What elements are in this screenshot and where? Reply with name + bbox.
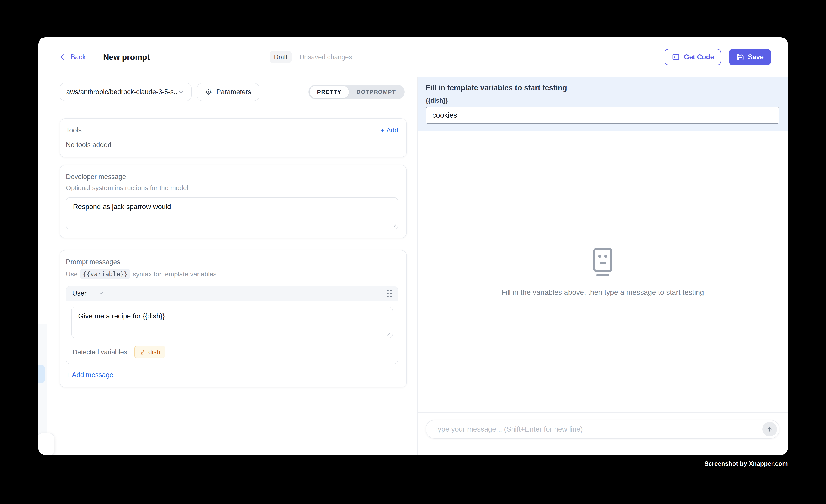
message-composer [418, 412, 788, 445]
save-button[interactable]: Save [729, 49, 771, 65]
chat-message-input[interactable] [426, 420, 779, 439]
edit-pencil-icon [139, 349, 145, 355]
toggle-option-pretty[interactable]: PRETTY [309, 86, 349, 98]
model-toolbar: aws/anthropic/bedrock-claude-3-5-s... ⚙ … [39, 77, 417, 107]
save-icon [736, 53, 744, 61]
watermark-text: Screenshot by Xnapper.com [704, 460, 788, 467]
drag-handle-icon[interactable] [387, 290, 392, 297]
messages-card-title: Prompt messages [66, 258, 398, 266]
variable-name-label: {{dish}} [426, 97, 779, 104]
message-header: User [66, 286, 398, 301]
message-block: User Give me a recipe for {{ [66, 286, 398, 364]
prompt-editor-panel: aws/anthropic/bedrock-claude-3-5-s... ⚙ … [39, 77, 417, 455]
developer-message-card: Developer message Optional system instru… [60, 165, 407, 238]
chevron-down-icon [177, 88, 185, 96]
message-role-select[interactable]: User [72, 289, 104, 297]
bot-face-icon [591, 247, 615, 277]
panel-footer [418, 445, 788, 455]
developer-message-textarea[interactable]: Respond as jack sparrow would [66, 197, 398, 230]
test-panel: Fill in template variables to start test… [417, 77, 788, 455]
developer-card-title: Developer message [66, 173, 398, 181]
template-variables-box: Fill in template variables to start test… [418, 77, 788, 131]
back-button[interactable]: Back [60, 53, 86, 61]
variable-chip-dish[interactable]: dish [134, 345, 165, 358]
tools-card-title: Tools [66, 126, 82, 134]
back-arrow-icon [60, 53, 67, 61]
chat-empty-state: Fill in the variables above, then type a… [418, 131, 788, 412]
variable-value-input[interactable] [426, 107, 779, 124]
view-mode-toggle: PRETTY DOTPROMPT [308, 85, 405, 99]
app-window: Back New prompt Draft Unsaved changes Ge… [39, 37, 788, 455]
get-code-button[interactable]: Get Code [664, 49, 721, 65]
prompt-messages-card: Prompt messages Use {{variable}} syntax … [60, 250, 407, 387]
page-title: New prompt [103, 53, 150, 62]
floating-corner-box [39, 433, 54, 455]
gear-icon: ⚙ [205, 88, 212, 96]
plus-icon: + [66, 371, 70, 378]
status-badge: Draft [270, 51, 292, 63]
parameters-button[interactable]: ⚙ Parameters [197, 83, 259, 101]
unsaved-changes-text: Unsaved changes [299, 53, 352, 61]
add-message-button[interactable]: + Add message [66, 371, 398, 379]
send-button[interactable] [762, 422, 777, 436]
back-label: Back [70, 53, 86, 61]
chevron-down-icon [98, 290, 104, 297]
add-tool-button[interactable]: + Add [380, 126, 398, 134]
sidebar-item-partial[interactable] [39, 365, 45, 383]
variables-box-title: Fill in template variables to start test… [426, 83, 779, 92]
toggle-option-dotprompt[interactable]: DOTPROMPT [349, 86, 403, 98]
editor-scroll-area: Tools + Add No tools added Developer mes… [39, 107, 417, 455]
message-body: Give me a recipe for {{dish}} Detected v… [66, 307, 398, 364]
page-header: Back New prompt Draft Unsaved changes Ge… [39, 37, 788, 77]
model-select[interactable]: aws/anthropic/bedrock-claude-3-5-s... [60, 83, 192, 101]
message-content-textarea[interactable]: Give me a recipe for {{dish}} [71, 307, 393, 338]
terminal-icon [672, 53, 680, 61]
variable-syntax-token: {{variable}} [80, 269, 130, 279]
messages-card-subtitle: Use {{variable}} syntax for template var… [66, 269, 398, 279]
arrow-up-icon [766, 426, 773, 433]
tools-empty-text: No tools added [66, 141, 398, 149]
plus-icon: + [380, 127, 385, 134]
detected-variables-label: Detected variables: [73, 348, 129, 356]
tools-card: Tools + Add No tools added [60, 118, 407, 158]
developer-card-subtitle: Optional system instructions for the mod… [66, 184, 398, 192]
sidebar-edge-strip [39, 324, 47, 455]
model-select-value: aws/anthropic/bedrock-claude-3-5-s... [66, 88, 177, 96]
empty-state-text: Fill in the variables above, then type a… [501, 288, 704, 297]
